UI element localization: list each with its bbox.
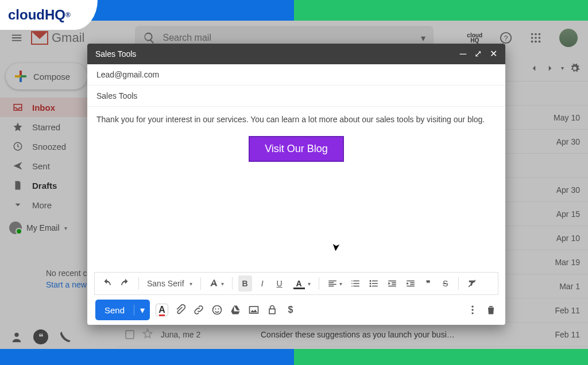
subject-field[interactable]: Sales Tools	[87, 86, 505, 107]
font-size-select[interactable]	[207, 275, 226, 292]
svg-point-21	[471, 306, 473, 308]
confidential-mode-icon[interactable]	[266, 304, 278, 316]
bullet-list-button[interactable]	[366, 275, 381, 292]
svg-point-14	[369, 283, 371, 285]
quote-button[interactable]: ❞	[421, 275, 435, 292]
visit-blog-button[interactable]: Visit Our Blog	[249, 136, 344, 162]
insert-photo-icon[interactable]	[247, 304, 260, 316]
insert-emoji-icon[interactable]	[211, 304, 223, 316]
to-field[interactable]: Lead@gmail.com	[87, 64, 505, 86]
strikethrough-button[interactable]: S	[439, 275, 452, 292]
cloudhq-logo: cloudHQ®	[0, 0, 98, 30]
align-button[interactable]	[325, 275, 345, 292]
svg-point-13	[369, 280, 371, 282]
insert-money-icon[interactable]: $	[284, 304, 297, 316]
expand-icon[interactable]: ⤢	[474, 49, 482, 59]
redo-button[interactable]	[118, 275, 133, 292]
indent-more-button[interactable]	[403, 275, 418, 292]
compose-titlebar: Sales Tools ─ ⤢ ✕	[87, 44, 505, 64]
compose-body[interactable]: Thank you for your interest in our servi…	[87, 107, 505, 272]
insert-drive-icon[interactable]	[229, 304, 242, 316]
italic-button[interactable]: I	[256, 275, 269, 292]
text-color-button[interactable]: A	[290, 275, 313, 292]
body-text: Thank you for your interest in our servi…	[96, 114, 496, 126]
formatting-toolbar: Sans Serif B I U A ❞ S	[94, 272, 498, 295]
svg-point-22	[471, 309, 473, 310]
close-icon[interactable]: ✕	[490, 49, 497, 59]
numbered-list-button[interactable]	[348, 275, 363, 292]
svg-point-17	[215, 308, 216, 309]
svg-rect-20	[269, 309, 275, 313]
compose-title: Sales Tools	[95, 49, 136, 59]
cursor-icon: ➤	[330, 243, 343, 253]
svg-point-15	[369, 285, 371, 287]
discard-draft-icon[interactable]	[485, 304, 497, 316]
attach-file-icon[interactable]	[174, 304, 187, 316]
svg-point-23	[471, 312, 473, 314]
underline-button[interactable]: U	[273, 275, 287, 292]
compose-send-bar: Send ▾ A $	[87, 295, 505, 325]
undo-button[interactable]	[99, 275, 114, 292]
indent-less-button[interactable]	[385, 275, 400, 292]
send-options-caret-icon[interactable]: ▾	[134, 305, 150, 316]
font-family-select[interactable]: Sans Serif	[145, 275, 195, 292]
insert-link-icon[interactable]	[192, 304, 205, 316]
svg-point-16	[213, 306, 222, 314]
send-button[interactable]: Send ▾	[95, 300, 150, 320]
compose-window: Sales Tools ─ ⤢ ✕ Lead@gmail.com Sales T…	[87, 44, 505, 325]
svg-point-18	[218, 308, 219, 309]
more-options-icon[interactable]	[466, 304, 479, 316]
minimize-icon[interactable]: ─	[460, 49, 466, 59]
remove-formatting-button[interactable]	[465, 275, 479, 292]
bold-button[interactable]: B	[238, 275, 252, 292]
text-formatting-toggle[interactable]: A	[156, 304, 168, 316]
